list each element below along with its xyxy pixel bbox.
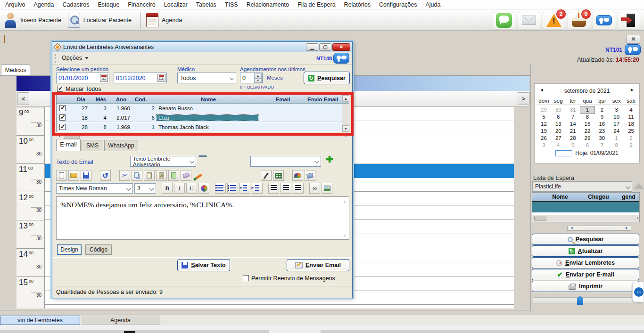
calendar-day[interactable]: 15: [580, 121, 595, 128]
editor-scrollbar[interactable]: [341, 197, 348, 240]
insert-link-button[interactable]: [309, 183, 320, 194]
new-document-button[interactable]: [56, 170, 67, 181]
waitlist-hscrollbar[interactable]: ‹ ›: [532, 215, 639, 222]
menu-item[interactable]: Relatórios: [340, 0, 375, 9]
agenda-button[interactable]: Agenda: [144, 11, 187, 30]
calendar-day[interactable]: 1: [580, 106, 595, 114]
copy-button[interactable]: [132, 170, 142, 181]
spinner-down-icon[interactable]: ▼: [254, 78, 262, 83]
chat-button[interactable]: [493, 11, 515, 30]
date-picker-icon[interactable]: [157, 74, 165, 82]
indent-button[interactable]: [252, 183, 263, 194]
calendar-day[interactable]: 4: [624, 106, 638, 114]
waitlist-clinic-select[interactable]: PlasticLife: [532, 181, 632, 192]
menu-item[interactable]: Estoque: [93, 0, 124, 9]
font-size-select[interactable]: 3: [134, 183, 156, 194]
calendar-day[interactable]: 21: [566, 128, 580, 135]
paste-text-button[interactable]: [156, 170, 167, 181]
calendar-day[interactable]: 7: [594, 142, 609, 149]
background-color-button[interactable]: [292, 170, 303, 181]
italic-button[interactable]: I: [174, 183, 185, 194]
date-to-input[interactable]: 01/12/2020: [114, 73, 167, 83]
zoom-slider[interactable]: [533, 297, 639, 303]
medico-select[interactable]: Todos: [177, 73, 236, 83]
calendar-day[interactable]: 30: [551, 106, 566, 114]
calendar-day[interactable]: 8: [580, 114, 595, 121]
menu-item[interactable]: Localizar: [160, 0, 192, 9]
scroll-right-button[interactable]: >: [518, 92, 529, 105]
date-from-input[interactable]: 01/01/2020: [56, 73, 109, 83]
side-enviar-email-button[interactable]: Enviar por E-mail: [532, 269, 639, 280]
menu-item[interactable]: Configurações: [375, 0, 421, 9]
calendar-day[interactable]: 12: [537, 121, 551, 128]
calendar-day[interactable]: 24: [609, 128, 624, 135]
scroll-left-button[interactable]: <: [17, 92, 29, 105]
design-view-button[interactable]: Design: [57, 244, 82, 255]
side-imprimir-button[interactable]: Imprimir: [532, 281, 639, 292]
dialog-close-icon[interactable]: ✕: [332, 43, 350, 51]
remote-access-widget[interactable]: ⇔: [632, 282, 644, 302]
menu-item[interactable]: Arquivo: [1, 0, 29, 9]
people-chat-button[interactable]: [593, 11, 615, 30]
pesquisar-button[interactable]: Pesquisar: [304, 72, 350, 84]
code-view-button[interactable]: Código: [85, 244, 112, 255]
mail-button[interactable]: [518, 11, 540, 30]
tab-sms[interactable]: SMS: [82, 140, 103, 151]
draw-line-button[interactable]: [261, 170, 272, 181]
tab-agenda[interactable]: Agenda: [81, 316, 160, 325]
calendar-day[interactable]: 23: [594, 128, 609, 135]
paste-button[interactable]: [144, 170, 155, 181]
dialog-titlebar[interactable]: Envio de Lembretes Aniversariantes ▁ ▢ ✕: [52, 42, 352, 52]
calendar-day[interactable]: 20: [551, 128, 566, 135]
calendar-day[interactable]: 19: [537, 128, 551, 135]
calendar-day[interactable]: 17: [609, 121, 624, 128]
options-menu[interactable]: Opções: [60, 55, 91, 61]
minimize-icon[interactable]: ▁: [306, 43, 318, 51]
spinner-up-icon[interactable]: ▲: [254, 73, 262, 78]
bold-button[interactable]: B: [162, 183, 173, 194]
calendar-day[interactable]: 5: [537, 114, 551, 121]
waitlist-selected-row[interactable]: [532, 202, 639, 212]
align-center-button[interactable]: [281, 183, 291, 194]
menu-item[interactable]: Financeiro: [124, 0, 159, 9]
calendar-day[interactable]: 28: [566, 135, 580, 142]
salvar-texto-button[interactable]: Salvar Texto: [177, 259, 230, 271]
tab-medicos[interactable]: Médicos: [1, 65, 30, 75]
underline-button[interactable]: U: [186, 183, 197, 194]
align-left-button[interactable]: [268, 183, 279, 194]
open-button[interactable]: [68, 170, 79, 181]
maximize-icon[interactable]: ▢: [319, 43, 331, 51]
insert-patient-button[interactable]: Inserir Paciente: [2, 11, 66, 30]
calendar-day[interactable]: 11: [624, 114, 638, 121]
calendar-day[interactable]: 4: [551, 142, 566, 149]
calendar-day[interactable]: 16: [594, 121, 609, 128]
menu-item[interactable]: Cadastros: [58, 0, 94, 9]
support-chat-icon[interactable]: [625, 44, 641, 55]
calendar-day[interactable]: 9: [594, 114, 609, 121]
enviar-email-button[interactable]: Enviar Email: [287, 259, 349, 271]
calendar-day[interactable]: 29: [580, 135, 595, 142]
calendar-day[interactable]: 31: [566, 106, 580, 114]
font-family-select[interactable]: Times New Roman: [56, 183, 133, 194]
months-spinner[interactable]: 0 ▲▼: [240, 73, 263, 83]
fill-color-button[interactable]: [305, 170, 315, 181]
menu-item[interactable]: Tabelas: [192, 0, 221, 9]
dialog-support-chat-icon[interactable]: [333, 53, 349, 64]
calendar-day[interactable]: 18: [624, 121, 638, 128]
menu-item[interactable]: Fila de Espera: [293, 0, 340, 9]
find-patient-button[interactable]: Localizar Paciente: [66, 11, 136, 30]
align-right-button[interactable]: [293, 183, 304, 194]
birthdays-button[interactable]: 0: [568, 11, 590, 30]
exit-button[interactable]: [618, 11, 640, 30]
bullet-list-button[interactable]: [227, 183, 238, 194]
insert-table-button[interactable]: [273, 170, 284, 181]
panel-splitter[interactable]: ▼····················▼: [567, 226, 631, 231]
select-all-button[interactable]: [168, 170, 179, 181]
calendar-day[interactable]: 13: [551, 121, 566, 128]
scroll-thumb[interactable]: [534, 216, 546, 221]
format-brush-button[interactable]: [194, 172, 202, 179]
tab-email[interactable]: E-mail: [56, 139, 81, 151]
date-picker-icon[interactable]: [100, 74, 108, 82]
clear-format-button[interactable]: [181, 170, 191, 181]
calendar-next-icon[interactable]: ►: [630, 87, 635, 92]
